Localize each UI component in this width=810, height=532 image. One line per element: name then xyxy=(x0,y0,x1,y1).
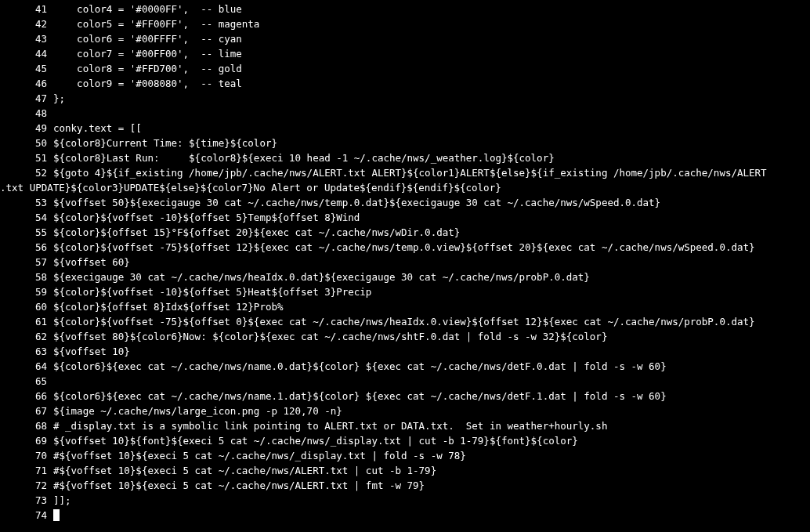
code-line[interactable]: 69${voffset 10}${font}${execi 5 cat ~/.c… xyxy=(0,433,810,448)
line-number: 56 xyxy=(0,240,53,255)
code-text[interactable]: ${voffset 80}${color6}Now: ${color}${exe… xyxy=(53,329,810,344)
code-text[interactable]: ${color6}${exec cat ~/.cache/nws/name.1.… xyxy=(53,389,810,404)
code-line[interactable]: 46 color9 = '#008080', -- teal xyxy=(0,76,810,91)
code-text[interactable] xyxy=(53,374,810,389)
code-text[interactable]: color6 = '#00FFFF', -- cyan xyxy=(53,31,810,46)
code-text[interactable]: ${color8}Current Time: ${time}${color} xyxy=(53,136,810,150)
line-number: 69 xyxy=(0,433,53,448)
code-text[interactable]: ${color6}${exec cat ~/.cache/nws/name.0.… xyxy=(53,359,810,374)
code-line[interactable]: 60${color}${offset 8}Idx${offset 12}Prob… xyxy=(0,299,810,314)
code-line[interactable]: 57${voffset 60} xyxy=(0,255,810,270)
line-number: 53 xyxy=(0,195,53,210)
cursor xyxy=(53,509,60,521)
code-text[interactable]: ${voffset 10} xyxy=(53,344,810,359)
line-number: 55 xyxy=(0,225,53,240)
line-number: 44 xyxy=(0,46,53,61)
code-line[interactable]: 49conky.text = [[ xyxy=(0,121,810,136)
code-text[interactable]: ${color}${voffset -10}${offset 5}Temp${o… xyxy=(53,210,810,225)
code-text[interactable]: ${voffset 10}${font}${execi 5 cat ~/.cac… xyxy=(53,433,810,448)
code-text[interactable] xyxy=(53,508,810,523)
code-text[interactable]: ${color}${voffset -10}${offset 5}Heat${o… xyxy=(53,284,810,299)
code-line[interactable]: 67${image ~/.cache/nws/large_icon.png -p… xyxy=(0,404,810,418)
line-number: 72 xyxy=(0,478,53,493)
code-text[interactable]: conky.text = [[ xyxy=(53,121,810,136)
line-number: 65 xyxy=(0,374,53,389)
line-number: 61 xyxy=(0,314,53,329)
code-line[interactable]: 50${color8}Current Time: ${time}${color} xyxy=(0,136,810,150)
line-number: 58 xyxy=(0,270,53,284)
code-text[interactable]: ${image ~/.cache/nws/large_icon.png -p 1… xyxy=(53,404,810,418)
code-line[interactable]: 64${color6}${exec cat ~/.cache/nws/name.… xyxy=(0,359,810,374)
code-line[interactable]: 52${goto 4}${if_existing /home/jpb/.cach… xyxy=(0,165,810,180)
code-line[interactable]: 66${color6}${exec cat ~/.cache/nws/name.… xyxy=(0,389,810,404)
code-line[interactable]: 47}; xyxy=(0,91,810,106)
code-text[interactable]: ${voffset 50}${execigauge 30 cat ~/.cach… xyxy=(53,195,810,210)
code-text[interactable]: color5 = '#FF00FF', -- magenta xyxy=(53,16,810,31)
code-text[interactable]: ${color}${offset 8}Idx${offset 12}Prob% xyxy=(53,299,810,314)
code-line[interactable]: 68# _display.txt is a symbolic link poin… xyxy=(0,418,810,433)
code-line[interactable]: 54${color}${voffset -10}${offset 5}Temp$… xyxy=(0,210,810,225)
code-text[interactable]: ${goto 4}${if_existing /home/jpb/.cache/… xyxy=(53,165,810,180)
code-line[interactable]: 41 color4 = '#0000FF', -- blue xyxy=(0,2,810,16)
line-number: 47 xyxy=(0,91,53,106)
line-number: 48 xyxy=(0,106,53,121)
line-number: 70 xyxy=(0,448,53,463)
code-line[interactable]: 44 color7 = '#00FF00', -- lime xyxy=(0,46,810,61)
code-line[interactable]: 73]]; xyxy=(0,493,810,508)
code-text[interactable]: ${color8}Last Run: ${color8}${execi 10 h… xyxy=(53,150,810,165)
line-number: 71 xyxy=(0,463,53,478)
code-line[interactable]: 63${voffset 10} xyxy=(0,344,810,359)
code-line-wrap[interactable]: .txt UPDATE}${color3}UPDATE${else}${colo… xyxy=(0,180,810,195)
code-line[interactable]: 55${color}${offset 15}°F${offset 20}${ex… xyxy=(0,225,810,240)
line-number: 74 xyxy=(0,508,53,523)
line-number: 68 xyxy=(0,418,53,433)
code-line[interactable]: 48 xyxy=(0,106,810,121)
code-text[interactable]: color4 = '#0000FF', -- blue xyxy=(53,2,810,16)
code-text[interactable]: .txt UPDATE}${color3}UPDATE${else}${colo… xyxy=(0,180,810,195)
code-line[interactable]: 65 xyxy=(0,374,810,389)
code-line[interactable]: 70#${voffset 10}${execi 5 cat ~/.cache/n… xyxy=(0,448,810,463)
line-number: 64 xyxy=(0,359,53,374)
code-text[interactable]: }; xyxy=(53,91,810,106)
line-number: 67 xyxy=(0,404,53,418)
code-line[interactable]: 71#${voffset 10}${execi 5 cat ~/.cache/n… xyxy=(0,463,810,478)
line-number: 45 xyxy=(0,61,53,76)
code-line[interactable]: 51${color8}Last Run: ${color8}${execi 10… xyxy=(0,150,810,165)
line-number: 60 xyxy=(0,299,53,314)
code-line[interactable]: 59${color}${voffset -10}${offset 5}Heat$… xyxy=(0,284,810,299)
line-number: 59 xyxy=(0,284,53,299)
code-line[interactable]: 45 color8 = '#FFD700', -- gold xyxy=(0,61,810,76)
code-text[interactable]: ${color}${voffset -75}${offset 12}${exec… xyxy=(53,240,810,255)
code-editor[interactable]: 41 color4 = '#0000FF', -- blue42 color5 … xyxy=(0,0,810,523)
code-line[interactable]: 72#${voffset 10}${execi 5 cat ~/.cache/n… xyxy=(0,478,810,493)
code-text[interactable]: #${voffset 10}${execi 5 cat ~/.cache/nws… xyxy=(53,478,810,493)
code-text[interactable]: #${voffset 10}${execi 5 cat ~/.cache/nws… xyxy=(53,463,810,478)
code-text[interactable]: color9 = '#008080', -- teal xyxy=(53,76,810,91)
code-line[interactable]: 56${color}${voffset -75}${offset 12}${ex… xyxy=(0,240,810,255)
code-line[interactable]: 53${voffset 50}${execigauge 30 cat ~/.ca… xyxy=(0,195,810,210)
code-text[interactable]: color7 = '#00FF00', -- lime xyxy=(53,46,810,61)
code-text[interactable]: #${voffset 10}${execi 5 cat ~/.cache/nws… xyxy=(53,448,810,463)
code-text[interactable]: ]]; xyxy=(53,493,810,508)
code-text[interactable]: ${voffset 60} xyxy=(53,255,810,270)
code-line[interactable]: 61${color}${voffset -75}${offset 0}${exe… xyxy=(0,314,810,329)
code-line[interactable]: 74 xyxy=(0,508,810,523)
line-number: 43 xyxy=(0,31,53,46)
code-text[interactable]: ${color}${offset 15}°F${offset 20}${exec… xyxy=(53,225,810,240)
code-line[interactable]: 62${voffset 80}${color6}Now: ${color}${e… xyxy=(0,329,810,344)
line-number: 41 xyxy=(0,2,53,16)
line-number: 54 xyxy=(0,210,53,225)
code-line[interactable]: 42 color5 = '#FF00FF', -- magenta xyxy=(0,16,810,31)
line-number: 46 xyxy=(0,76,53,91)
line-number: 42 xyxy=(0,16,53,31)
code-line[interactable]: 43 color6 = '#00FFFF', -- cyan xyxy=(0,31,810,46)
code-text[interactable]: ${execigauge 30 cat ~/.cache/nws/heaIdx.… xyxy=(53,270,810,284)
line-number: 62 xyxy=(0,329,53,344)
code-text[interactable]: ${color}${voffset -75}${offset 0}${exec … xyxy=(53,314,810,329)
line-number: 49 xyxy=(0,121,53,136)
code-line[interactable]: 58${execigauge 30 cat ~/.cache/nws/heaId… xyxy=(0,270,810,284)
code-text[interactable]: color8 = '#FFD700', -- gold xyxy=(53,61,810,76)
code-text[interactable]: # _display.txt is a symbolic link pointi… xyxy=(53,418,810,433)
line-number: 63 xyxy=(0,344,53,359)
code-text[interactable] xyxy=(53,106,810,121)
